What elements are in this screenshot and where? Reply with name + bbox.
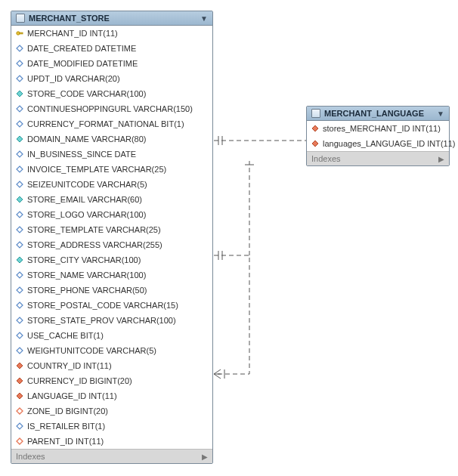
column-label: ZONE_ID BIGINT(20) [27,405,108,417]
svg-marker-36 [17,363,23,369]
column-row[interactable]: COUNTRY_ID INT(11) [11,358,212,373]
column-label: INVOICE_TEMPLATE VARCHAR(25) [27,163,166,175]
column-list: MERCHANT_ID INT(11)DATE_CREATED DATETIME… [11,26,212,449]
column-row[interactable]: MERCHANT_ID INT(11) [11,26,212,41]
column-row[interactable]: CONTINUESHOPPINGURL VARCHAR(150) [11,101,212,116]
svg-marker-39 [17,408,23,414]
column-row[interactable]: STORE_PHONE VARCHAR(50) [11,283,212,298]
column-row[interactable]: STORE_CITY VARCHAR(100) [11,252,212,267]
expand-icon[interactable]: ▶ [202,453,208,461]
svg-marker-32 [17,302,23,308]
entity-footer[interactable]: Indexes ▶ [307,151,449,165]
column-label: STORE_CITY VARCHAR(100) [27,254,141,266]
entity-title: MERCHANT_STORE [29,14,197,23]
column-label: CURRENCY_ID BIGINT(20) [27,375,132,387]
column-label: LANGUAGE_ID INT(11) [27,390,117,402]
attr-icon [16,286,23,294]
collapse-icon[interactable]: ▼ [437,110,444,118]
column-row[interactable]: STORE_TEMPLATE VARCHAR(25) [11,222,212,237]
column-label: STORE_TEMPLATE VARCHAR(25) [27,224,161,236]
attr-icon [16,150,23,158]
column-label: SEIZEUNITCODE VARCHAR(5) [27,178,147,190]
svg-rect-14 [20,32,23,34]
fk-icon [16,362,23,369]
svg-marker-33 [17,317,23,323]
column-row[interactable]: IN_BUSINESS_SINCE DATE [11,147,212,162]
column-row[interactable]: ZONE_ID BIGINT(20) [11,403,212,419]
column-row[interactable]: stores_MERCHANT_ID INT(11) [307,121,449,136]
column-label: USE_CACHE BIT(1) [27,329,104,342]
column-row[interactable]: CURRENCY_ID BIGINT(20) [11,373,212,388]
column-label: STORE_NAME VARCHAR(100) [27,269,146,281]
entity-merchant-language[interactable]: MERCHANT_LANGUAGE ▼ stores_MERCHANT_ID I… [306,106,450,166]
column-row[interactable]: USE_CACHE BIT(1) [11,328,212,343]
column-label: STORE_LOGO VARCHAR(100) [27,209,146,221]
entity-header[interactable]: MERCHANT_STORE ▼ [11,11,212,26]
table-icon [16,14,25,23]
svg-marker-42 [312,125,318,131]
svg-marker-17 [17,76,23,82]
attr-icon [16,347,23,354]
idx-icon [16,196,23,203]
attr-icon [16,211,23,218]
svg-line-8 [214,369,221,374]
column-row[interactable]: STORE_STATE_PROV VARCHAR(100) [11,313,212,328]
column-row[interactable]: DOMAIN_NAME VARCHAR(80) [11,131,212,147]
column-row[interactable]: DATE_MODIFIED DATETIME [11,56,212,71]
column-row[interactable]: UPDT_ID VARCHAR(20) [11,71,212,86]
column-row[interactable]: LANGUAGE_ID INT(11) [11,388,212,403]
idx-icon [16,135,23,143]
attr-icon [16,317,23,324]
svg-marker-29 [17,257,23,263]
column-row[interactable]: SEIZEUNITCODE VARCHAR(5) [11,177,212,192]
column-label: IS_RETAILER BIT(1) [27,420,105,432]
attr-icon [16,105,23,113]
column-label: COUNTRY_ID INT(11) [27,360,112,372]
column-row[interactable]: IS_RETAILER BIT(1) [11,419,212,434]
entity-title: MERCHANT_LANGUAGE [324,109,433,118]
column-row[interactable]: STORE_POSTAL_CODE VARCHAR(15) [11,298,212,313]
attr-icon [16,45,23,52]
indexes-label: Indexes [16,452,45,461]
entity-footer[interactable]: Indexes ▶ [11,449,212,463]
column-label: STORE_EMAIL VARCHAR(60) [27,193,142,206]
column-row[interactable]: CURRENCY_FORMAT_NATIONAL BIT(1) [11,116,212,131]
column-row[interactable]: INVOICE_TEMPLATE VARCHAR(25) [11,162,212,177]
svg-marker-25 [17,196,23,202]
svg-marker-20 [17,121,23,127]
column-label: CURRENCY_FORMAT_NATIONAL BIT(1) [27,118,184,130]
idx-icon [16,90,23,97]
fk-icon [16,392,23,400]
svg-marker-22 [17,151,23,157]
fk-icon [16,377,23,385]
column-row[interactable]: PARENT_ID INT(11) [11,434,212,449]
column-row[interactable]: languages_LANGUAGE_ID INT(11) [307,136,449,151]
fk-icon [311,140,319,147]
expand-icon[interactable]: ▶ [438,155,444,163]
svg-marker-18 [17,91,23,97]
column-label: stores_MERCHANT_ID INT(11) [323,122,441,134]
column-row[interactable]: STORE_ADDRESS VARCHAR(255) [11,237,212,252]
column-row[interactable]: STORE_EMAIL VARCHAR(60) [11,192,212,207]
column-label: WEIGHTUNITCODE VARCHAR(5) [27,345,156,357]
svg-line-9 [214,374,221,379]
entity-header[interactable]: MERCHANT_LANGUAGE ▼ [307,107,449,121]
attr-icon [16,165,23,173]
entity-merchant-store[interactable]: MERCHANT_STORE ▼ MERCHANT_ID INT(11)DATE… [11,11,213,464]
svg-marker-15 [17,45,23,51]
column-row[interactable]: STORE_NAME VARCHAR(100) [11,267,212,283]
column-row[interactable]: DATE_CREATED DATETIME [11,41,212,56]
svg-marker-43 [312,141,318,147]
column-label: STORE_ADDRESS VARCHAR(255) [27,239,162,251]
svg-marker-34 [17,332,23,338]
attr-icon [16,271,23,279]
attr-icon [16,181,23,188]
collapse-icon[interactable]: ▼ [200,14,208,23]
column-row[interactable]: STORE_LOGO VARCHAR(100) [11,207,212,222]
column-list: stores_MERCHANT_ID INT(11)languages_LANG… [307,121,449,151]
column-row[interactable]: STORE_CODE VARCHAR(100) [11,86,212,101]
svg-marker-26 [17,212,23,218]
column-row[interactable]: WEIGHTUNITCODE VARCHAR(5) [11,343,212,358]
idx-icon [16,256,23,264]
svg-marker-31 [17,287,23,293]
